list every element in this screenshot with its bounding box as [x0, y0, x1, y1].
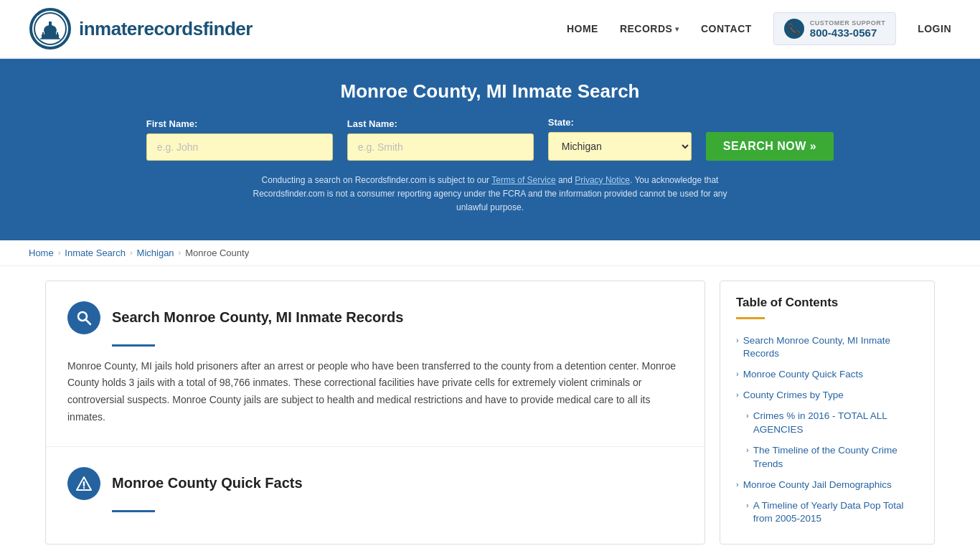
toc-chevron-2: › [736, 390, 739, 399]
phone-icon: 📞 [784, 19, 804, 39]
toc-item-0[interactable]: › Search Monroe County, MI Inmate Record… [736, 331, 918, 365]
warning-icon-circle [67, 467, 100, 500]
toc-chevron-4: › [746, 446, 749, 454]
toc-title: Table of Contents [736, 296, 918, 310]
toc-item-6[interactable]: › A Timeline of Yearly Data Pop Total fr… [736, 496, 918, 530]
nav-records-label: RECORDS [620, 23, 673, 34]
section-title-facts: Monroe County Quick Facts [112, 475, 303, 491]
toc-chevron-1: › [736, 369, 739, 378]
last-name-group: Last Name: [347, 118, 534, 161]
section-header-facts: Monroe County Quick Facts [67, 467, 683, 500]
customer-support-info: CUSTOMER SUPPORT 800-433-0567 [810, 19, 885, 39]
toc-link-5[interactable]: Monroe County Jail Demographics [743, 479, 892, 492]
records-chevron-icon: ▾ [675, 25, 679, 33]
toc-item-4[interactable]: › The Timeline of the County Crime Trend… [736, 441, 918, 475]
first-name-group: First Name: [146, 118, 333, 161]
svg-rect-6 [49, 22, 52, 30]
breadcrumb-sep-2: › [130, 248, 133, 257]
toc-underline [736, 317, 765, 319]
section-body-search: Monroe County, MI jails hold prisoners a… [67, 358, 683, 426]
breadcrumb-sep-3: › [179, 248, 182, 257]
nav-contact[interactable]: CONTACT [701, 23, 752, 34]
search-icon-circle [67, 301, 100, 334]
warning-icon [76, 476, 92, 491]
main-content: Search Monroe County, MI Inmate Records … [31, 281, 949, 545]
svg-line-13 [86, 319, 91, 324]
toc-link-6[interactable]: A Timeline of Yearly Data Pop Total from… [753, 499, 918, 527]
toc-chevron-5: › [736, 480, 739, 489]
breadcrumb-michigan[interactable]: Michigan [137, 248, 174, 258]
privacy-link[interactable]: Privacy Notice [575, 175, 630, 185]
header: inmaterecordsfinder HOME RECORDS ▾ CONTA… [0, 0, 980, 59]
search-form: First Name: Last Name: State: Michigan S… [29, 117, 951, 161]
support-label: CUSTOMER SUPPORT [810, 19, 885, 27]
breadcrumb-sep-1: › [58, 248, 61, 257]
terms-link[interactable]: Terms of Service [491, 175, 555, 185]
nav-home[interactable]: HOME [567, 23, 598, 34]
logo-text: inmaterecordsfinder [79, 18, 253, 40]
toc-box: Table of Contents › Search Monroe County… [720, 281, 935, 545]
breadcrumb: Home › Inmate Search › Michigan › Monroe… [0, 240, 980, 266]
svg-rect-10 [57, 32, 58, 38]
toc-chevron-3: › [746, 411, 749, 420]
svg-rect-9 [53, 32, 55, 38]
toc-link-2[interactable]: County Crimes by Type [743, 389, 844, 402]
toc-item-1[interactable]: › Monroe County Quick Facts [736, 364, 918, 385]
toc-link-1[interactable]: Monroe County Quick Facts [743, 368, 863, 382]
first-name-label: First Name: [146, 118, 198, 129]
logo: inmaterecordsfinder [29, 7, 253, 50]
toc-item-5[interactable]: › Monroe County Jail Demographics [736, 475, 918, 496]
logo-icon [29, 7, 72, 50]
svg-point-16 [83, 487, 85, 489]
section-underline-facts [112, 510, 155, 512]
quick-facts-section: Monroe County Quick Facts [46, 447, 705, 544]
first-name-input[interactable] [146, 133, 333, 161]
hero-section: Monroe County, MI Inmate Search First Na… [0, 59, 980, 240]
navigation: HOME RECORDS ▾ CONTACT 📞 CUSTOMER SUPPOR… [567, 12, 951, 45]
last-name-label: Last Name: [347, 118, 397, 129]
toc-chevron-6: › [746, 501, 749, 509]
logo-text-light: inmaterecords [79, 18, 203, 39]
state-select[interactable]: Michigan [548, 132, 692, 161]
breadcrumb-inmate-search[interactable]: Inmate Search [65, 248, 126, 258]
section-title-search: Search Monroe County, MI Inmate Records [112, 309, 403, 326]
toc-link-0[interactable]: Search Monroe County, MI Inmate Records [743, 334, 918, 362]
search-button[interactable]: SEARCH NOW » [706, 132, 834, 161]
state-label: State: [548, 117, 574, 128]
svg-rect-8 [46, 32, 47, 38]
toc-link-4[interactable]: The Timeline of the County Crime Trends [753, 444, 918, 471]
toc-item-3[interactable]: › Crimes % in 2016 - TOTAL ALL AGENCIES [736, 406, 918, 441]
content-left: Search Monroe County, MI Inmate Records … [45, 281, 705, 545]
nav-records[interactable]: RECORDS ▾ [620, 23, 679, 34]
last-name-input[interactable] [347, 133, 534, 161]
hero-title: Monroe County, MI Inmate Search [29, 80, 951, 103]
breadcrumb-home[interactable]: Home [29, 248, 54, 258]
search-icon [76, 310, 92, 326]
sidebar: Table of Contents › Search Monroe County… [720, 281, 935, 545]
customer-support-box[interactable]: 📞 CUSTOMER SUPPORT 800-433-0567 [773, 12, 896, 45]
toc-item-2[interactable]: › County Crimes by Type [736, 385, 918, 406]
toc-list: › Search Monroe County, MI Inmate Record… [736, 331, 918, 530]
toc-chevron-0: › [736, 336, 739, 344]
support-number: 800-433-0567 [810, 27, 885, 39]
breadcrumb-current: Monroe County [185, 248, 249, 258]
section-underline-search [112, 344, 155, 347]
section-header-search: Search Monroe County, MI Inmate Records [67, 301, 683, 334]
toc-link-3[interactable]: Crimes % in 2016 - TOTAL ALL AGENCIES [753, 410, 918, 437]
search-records-section: Search Monroe County, MI Inmate Records … [46, 281, 705, 447]
state-group: State: Michigan [548, 117, 692, 161]
disclaimer-text: Conducting a search on Recordsfinder.com… [239, 174, 741, 215]
login-button[interactable]: LOGIN [918, 23, 951, 34]
logo-text-bold: finder [203, 18, 253, 39]
svg-rect-7 [42, 32, 44, 38]
